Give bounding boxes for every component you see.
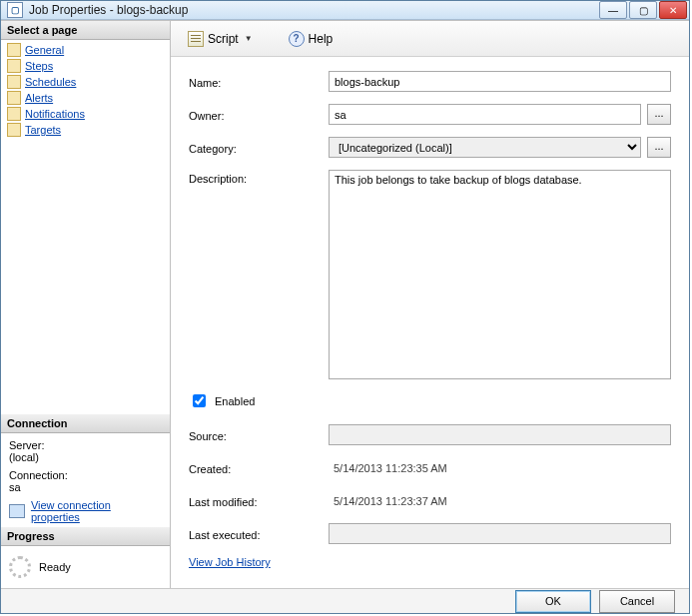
- source-value: [329, 424, 671, 445]
- toolbar: Script ▼ ? Help: [171, 21, 689, 57]
- source-label: Source:: [189, 427, 329, 442]
- page-list: General Steps Schedules Alerts Notificat…: [1, 40, 170, 140]
- page-label: Schedules: [25, 76, 76, 88]
- page-steps[interactable]: Steps: [1, 58, 170, 74]
- page-icon: [7, 123, 21, 137]
- minimize-button[interactable]: —: [599, 1, 627, 19]
- page-icon: [7, 59, 21, 73]
- sidebar: Select a page General Steps Schedules Al…: [1, 21, 171, 588]
- enabled-label: Enabled: [215, 395, 255, 407]
- general-form: Name: Owner: ... Category:: [171, 57, 689, 588]
- page-label: Alerts: [25, 92, 53, 104]
- page-label: Targets: [25, 124, 61, 136]
- page-label: Notifications: [25, 108, 85, 120]
- help-label: Help: [309, 32, 334, 46]
- page-icon: [7, 91, 21, 105]
- main-panel: Script ▼ ? Help Name: Owner:: [171, 21, 689, 588]
- executed-value: [329, 523, 671, 544]
- modified-value: [329, 490, 671, 511]
- page-schedules[interactable]: Schedules: [1, 74, 170, 90]
- close-button[interactable]: ✕: [659, 1, 687, 19]
- page-label: Steps: [25, 60, 53, 72]
- page-icon: [7, 43, 21, 57]
- created-value: [329, 457, 671, 478]
- owner-browse-button[interactable]: ...: [647, 104, 671, 125]
- select-page-header: Select a page: [1, 21, 170, 40]
- view-job-history-link[interactable]: View Job History: [189, 556, 271, 568]
- page-icon: [7, 75, 21, 89]
- page-notifications[interactable]: Notifications: [1, 106, 170, 122]
- page-icon: [7, 107, 21, 121]
- help-icon: ?: [289, 31, 305, 47]
- connection-section: Server: (local) Connection: sa View conn…: [1, 433, 170, 527]
- window-title: Job Properties - blogs-backup: [29, 3, 597, 17]
- connection-header: Connection: [1, 414, 170, 433]
- owner-input[interactable]: [329, 104, 641, 125]
- view-connection-properties-link[interactable]: View connection properties: [31, 499, 162, 523]
- description-textarea[interactable]: This job belongs to take backup of blogs…: [329, 170, 671, 379]
- modified-label: Last modified:: [189, 493, 329, 508]
- name-input[interactable]: [329, 71, 671, 92]
- owner-label: Owner:: [189, 107, 329, 122]
- titlebar[interactable]: ▢ Job Properties - blogs-backup — ▢ ✕: [1, 1, 689, 20]
- server-label: Server:: [9, 439, 162, 451]
- maximize-button[interactable]: ▢: [629, 1, 657, 19]
- script-icon: [188, 31, 204, 47]
- help-button[interactable]: ? Help: [282, 28, 341, 50]
- dialog-footer: OK Cancel: [1, 588, 689, 613]
- created-label: Created:: [189, 460, 329, 475]
- enabled-checkbox[interactable]: [193, 394, 206, 407]
- progress-spinner-icon: [9, 556, 31, 578]
- page-alerts[interactable]: Alerts: [1, 90, 170, 106]
- description-label: Description:: [189, 170, 329, 185]
- page-label: General: [25, 44, 64, 56]
- script-label: Script: [208, 32, 239, 46]
- ok-button[interactable]: OK: [515, 590, 591, 613]
- server-value: (local): [9, 451, 162, 463]
- progress-section: Ready: [1, 546, 170, 588]
- page-general[interactable]: General: [1, 42, 170, 58]
- connection-properties-icon: [9, 504, 25, 518]
- connection-label: Connection:: [9, 469, 162, 481]
- category-select[interactable]: [Uncategorized (Local)]: [329, 137, 641, 158]
- page-targets[interactable]: Targets: [1, 122, 170, 138]
- progress-status: Ready: [39, 561, 71, 573]
- connection-value: sa: [9, 481, 162, 493]
- cancel-button[interactable]: Cancel: [599, 590, 675, 613]
- app-icon: ▢: [7, 2, 23, 18]
- category-browse-button[interactable]: ...: [647, 137, 671, 158]
- dialog-body: Select a page General Steps Schedules Al…: [1, 20, 689, 588]
- sidebar-spacer: [1, 140, 170, 414]
- progress-header: Progress: [1, 527, 170, 546]
- chevron-down-icon[interactable]: ▼: [243, 34, 255, 43]
- name-label: Name:: [189, 74, 329, 89]
- category-label: Category:: [189, 140, 329, 155]
- script-button[interactable]: Script ▼: [181, 28, 262, 50]
- executed-label: Last executed:: [189, 526, 329, 541]
- job-properties-window: ▢ Job Properties - blogs-backup — ▢ ✕ Se…: [0, 0, 690, 614]
